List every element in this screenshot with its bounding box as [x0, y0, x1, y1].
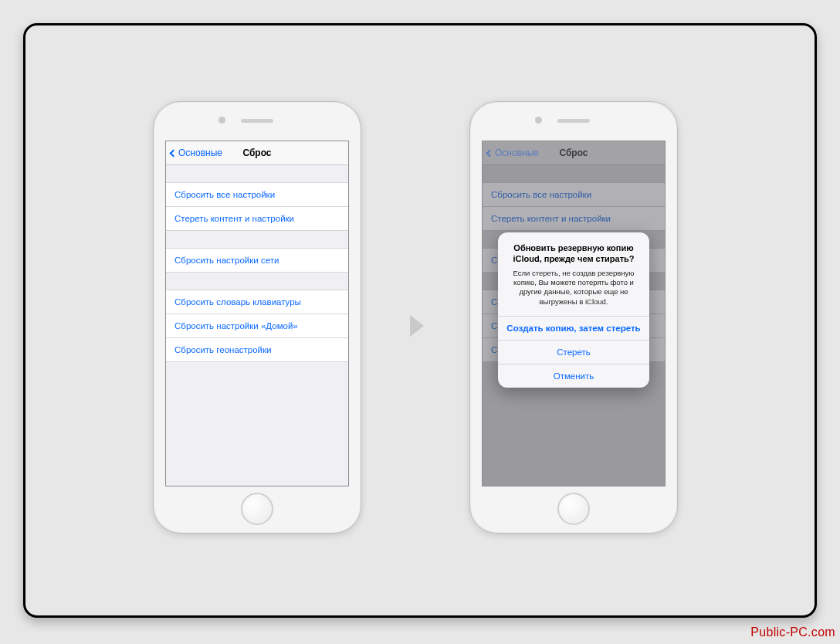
reset-group-2: Сбросить настройки сети	[166, 248, 348, 273]
phone-left: Основные Сброс Сбросить все настройки Ст…	[153, 101, 361, 534]
home-button[interactable]	[557, 493, 590, 525]
row-reset-location[interactable]: Сбросить геонастройки	[166, 337, 348, 362]
row-reset-all[interactable]: Сбросить все настройки	[166, 182, 348, 207]
nav-back-button: Основные	[487, 141, 539, 164]
nav-title: Сброс	[559, 147, 588, 158]
alert-title: Обновить резервную копию iCloud, прежде …	[509, 243, 638, 265]
reset-group-3: Сбросить словарь клавиатуры Сбросить нас…	[166, 290, 348, 362]
alert-cancel-button[interactable]: Отменить	[498, 364, 649, 388]
row-erase-content[interactable]: Стереть контент и настройки	[166, 206, 348, 231]
image-frame: Основные Сброс Сбросить все настройки Ст…	[23, 23, 817, 618]
nav-back-button[interactable]: Основные	[171, 141, 222, 164]
row-reset-all: Сбросить все настройки	[483, 182, 665, 207]
nav-back-label: Основные	[495, 147, 539, 158]
phone-camera	[218, 117, 225, 124]
alert-message: Если стереть, не создав резервную копию,…	[509, 269, 638, 307]
nav-back-label: Основные	[178, 147, 222, 158]
confirm-alert: Обновить резервную копию iCloud, прежде …	[498, 232, 649, 388]
reset-group-1: Сбросить все настройки Стереть контент и…	[166, 182, 348, 231]
arrow-right-icon	[410, 315, 424, 337]
alert-body: Обновить резервную копию iCloud, прежде …	[498, 232, 649, 316]
phone-speaker	[557, 119, 590, 123]
phone-right-screen: Основные Сброс Сбросить все настройки Ст…	[482, 141, 666, 486]
chevron-left-icon	[170, 149, 178, 157]
watermark-text: Public-PC.com	[750, 625, 835, 639]
home-button[interactable]	[241, 493, 273, 525]
reset-group-1: Сбросить все настройки Стереть контент и…	[483, 182, 665, 231]
phone-left-screen: Основные Сброс Сбросить все настройки Ст…	[165, 141, 349, 486]
chevron-left-icon	[486, 149, 494, 157]
row-reset-keyboard[interactable]: Сбросить словарь клавиатуры	[166, 290, 348, 314]
row-erase-content: Стереть контент и настройки	[483, 206, 665, 231]
navbar: Основные Сброс	[483, 141, 665, 165]
phone-right: Основные Сброс Сбросить все настройки Ст…	[469, 101, 678, 534]
phone-speaker	[241, 119, 273, 123]
alert-erase-button[interactable]: Стереть	[498, 340, 649, 364]
navbar: Основные Сброс	[166, 141, 348, 165]
row-reset-network[interactable]: Сбросить настройки сети	[166, 248, 348, 273]
row-reset-home[interactable]: Сбросить настройки «Домой»	[166, 314, 348, 338]
alert-backup-then-erase-button[interactable]: Создать копию, затем стереть	[498, 316, 649, 340]
phone-camera	[535, 117, 542, 124]
nav-title: Сброс	[242, 147, 271, 158]
